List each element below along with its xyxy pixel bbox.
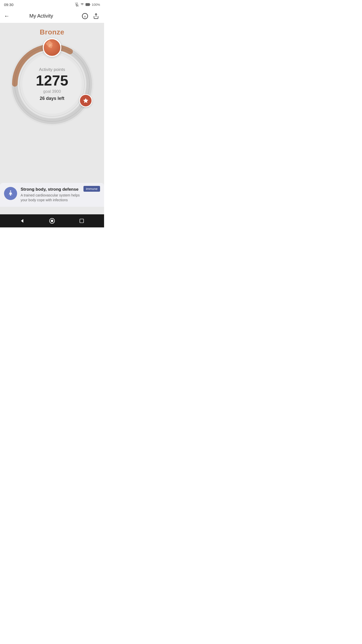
svg-point-23: [51, 220, 53, 222]
svg-point-18: [10, 190, 11, 192]
battery-percent: 100%: [92, 3, 100, 7]
system-recents-button[interactable]: [77, 216, 86, 225]
days-left: 26 days left: [36, 96, 68, 101]
info-description: A trained cardiovascular system helps yo…: [21, 193, 85, 203]
svg-rect-6: [86, 4, 89, 6]
mute-icon: [75, 3, 79, 7]
system-home-button[interactable]: [48, 216, 57, 225]
system-back-button[interactable]: [18, 216, 27, 225]
svg-marker-17: [83, 98, 88, 103]
status-icons: 100%: [75, 3, 100, 7]
info-title: Strong body, strong defense: [21, 187, 85, 192]
circle-center-content: Activity points 1275 goal 3900 26 days l…: [36, 67, 68, 101]
main-content: Bronze Acti: [0, 23, 104, 214]
points-label: Activity points: [36, 67, 68, 72]
info-badge-tag: immune: [83, 186, 100, 192]
svg-line-19: [9, 193, 10, 195]
wifi-icon: [80, 3, 84, 7]
info-icon: [82, 13, 88, 19]
back-arrow-icon: [20, 218, 25, 224]
star-icon: [83, 98, 89, 104]
top-nav: ← My Activity: [0, 9, 104, 23]
nav-actions: [81, 12, 100, 20]
svg-line-20: [12, 193, 12, 195]
home-circle-icon: [49, 218, 55, 224]
info-icon-circle: [4, 187, 17, 200]
body-icon: [7, 190, 14, 197]
progress-ring-container: Activity points 1275 goal 3900 26 days l…: [9, 41, 95, 127]
share-button[interactable]: [92, 12, 100, 20]
bottom-nav: [0, 214, 104, 227]
info-button[interactable]: [81, 12, 89, 20]
goal-label: goal 3900: [36, 89, 68, 94]
recents-square-icon: [79, 218, 84, 223]
points-value: 1275: [36, 73, 68, 88]
tier-gem-badge: [43, 38, 61, 57]
svg-rect-24: [80, 219, 84, 223]
status-bar: 09:30 100%: [0, 0, 104, 9]
battery-icon: [85, 3, 90, 6]
milestone-star-badge: [79, 94, 92, 107]
page-title: My Activity: [2, 13, 81, 19]
status-time: 09:30: [4, 3, 14, 7]
svg-marker-21: [21, 219, 23, 223]
info-card[interactable]: immune Strong body, strong defense A tra…: [0, 183, 104, 207]
share-icon: [93, 13, 99, 19]
tier-label: Bronze: [40, 28, 64, 36]
